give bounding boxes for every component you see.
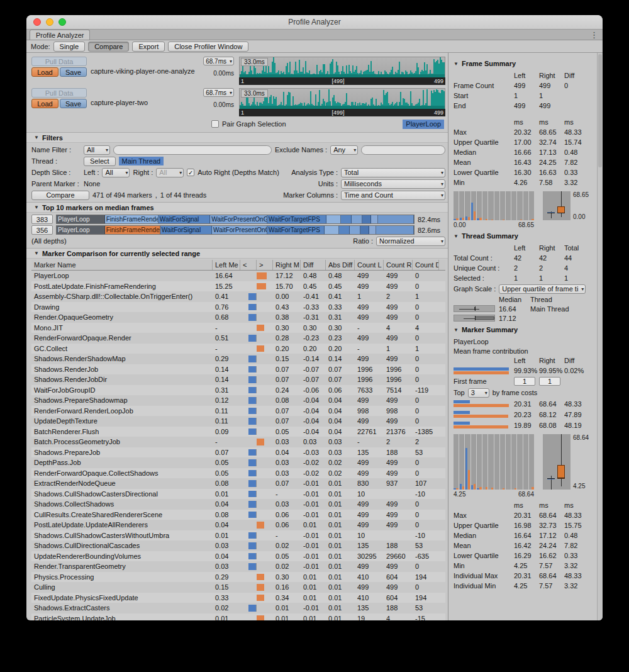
thread-row[interactable]: 16.64 Main Thread [454, 304, 594, 313]
top10-section-header[interactable]: ▼ Top 10 markers on median frames [26, 202, 448, 213]
marker-summary-header[interactable]: ▼ Marker Summary [454, 325, 594, 335]
marker-segment[interactable] [376, 226, 414, 234]
frame-summary-header[interactable]: ▼ Frame Summary [454, 59, 594, 69]
frame-time-graph[interactable]: 33.0ms [239, 88, 445, 109]
summary-scrollbar[interactable] [597, 53, 603, 620]
mode-single-button[interactable]: Single [53, 42, 86, 52]
top10-frame-number[interactable]: 383 [31, 215, 53, 224]
marker-row[interactable]: Shadows.CullDirectionalCascades0.030.02-… [31, 540, 445, 551]
marker-segment[interactable]: FinishFrameRendering [105, 226, 160, 234]
analysis-type-dropdown[interactable]: Total [341, 168, 445, 177]
graph-axis[interactable]: 1 [499] 499 [239, 109, 445, 116]
marker-row[interactable]: PostLateUpdate.FinishFrameRendering15.25… [31, 281, 445, 292]
marker-row[interactable]: UpdateRendererBoundingVolumes0.040.05-0.… [31, 551, 445, 562]
marker-segment[interactable] [362, 215, 371, 223]
close-profiler-window-button[interactable]: Close Profiler Window [168, 42, 248, 52]
marker-row[interactable]: Shadows.ExtractCasters0.020.01-0.010.011… [31, 603, 445, 613]
marker-segment[interactable]: PlayerLoop [57, 215, 105, 223]
depth-left-dropdown[interactable]: All [102, 168, 130, 177]
column-header[interactable]: Marker Name [31, 260, 213, 270]
marker-segment[interactable]: PlayerLoop [57, 226, 105, 234]
top10-marker-bar[interactable]: PlayerLoopFinishFrameRenderingWaitForSig… [56, 215, 415, 224]
marker-row[interactable]: Mono.JIT-0.300.300.30-44 [31, 323, 445, 333]
frame-histogram[interactable] [454, 191, 534, 220]
marker-segment[interactable]: WaitForPresentOnGfxThread [212, 226, 267, 234]
marker-row[interactable]: GC.Collect-0.200.200.20-11 [31, 344, 445, 354]
column-header[interactable]: Abs Diff [326, 260, 355, 270]
marker-row[interactable]: RenderForward.RenderLoopJob0.110.07-0.04… [31, 406, 445, 417]
kebab-menu-icon[interactable]: ⋮ [590, 30, 598, 40]
marker-segment[interactable] [341, 215, 352, 223]
save-button[interactable]: Save [60, 67, 87, 77]
marker-segment[interactable]: WaitForTargetFPS [267, 226, 325, 234]
column-header[interactable]: Count L [355, 260, 384, 270]
thread-summary-header[interactable]: ▼ Thread Summary [454, 231, 594, 241]
graph-scale-dropdown[interactable]: 68.7ms [203, 88, 234, 97]
pull-data-button[interactable]: Pull Data [31, 57, 87, 66]
marker-row[interactable]: PlayerLoop16.6417.120.480.484994990 [31, 271, 445, 281]
marker-segment[interactable]: FinishFrameRendering [105, 215, 159, 223]
marker-segment[interactable]: WaitForSignal [160, 226, 212, 234]
marker-segment[interactable] [325, 226, 339, 234]
units-dropdown[interactable]: Milliseconds [341, 179, 445, 189]
marker-segment[interactable] [360, 226, 369, 234]
marker-row[interactable]: Shadows.RenderShadowMap0.290.15-0.140.14… [31, 354, 445, 364]
marker-row[interactable]: Shadows.CullShadowCastersWithoutUmbra0.0… [31, 530, 445, 541]
pull-data-button[interactable]: Pull Data [31, 88, 87, 98]
marker-segment[interactable]: WaitForTargetFPS [267, 215, 326, 223]
marker-row[interactable]: BatchRenderer.Flush0.090.05-0.040.042276… [31, 427, 445, 437]
top-n-dropdown[interactable]: 3 [468, 388, 489, 398]
first-frame-right-button[interactable]: 1 [539, 377, 560, 386]
marker-row[interactable]: CullResults.CreateSharedRendererScene0.0… [31, 510, 445, 520]
marker-row[interactable]: ExtractRenderNodeQueue0.080.07-0.010.018… [31, 478, 445, 489]
marker-row[interactable]: Shadows.PrepareJob0.070.04-0.030.0313518… [31, 447, 445, 458]
zoom-window-button[interactable] [58, 18, 66, 26]
marker-row[interactable]: Render.TransparentGeometry0.030.02-0.010… [31, 561, 445, 572]
marker-row[interactable]: Shadows.PrepareShadowmap0.120.08-0.040.0… [31, 395, 445, 406]
thread-select-button[interactable]: Select [84, 157, 116, 166]
tab-profile-analyzer[interactable]: Profile Analyzer [30, 30, 90, 40]
thread-row[interactable]: 17.12 [454, 313, 594, 323]
column-header[interactable]: Count D [413, 260, 439, 270]
thread-graph-scale-dropdown[interactable]: Upper quartile of frame ti [499, 284, 586, 294]
top10-frame-number[interactable]: 356 [31, 225, 53, 235]
marker-histogram[interactable] [454, 434, 534, 490]
marker-segment[interactable] [326, 215, 341, 223]
column-header[interactable]: > [257, 260, 273, 270]
pair-graph-selection-checkbox[interactable] [211, 120, 219, 128]
column-header[interactable]: Count R [384, 260, 413, 270]
marker-row[interactable]: Shadows.CullShadowCastersDirectional0.01… [31, 489, 445, 500]
load-button[interactable]: Load [31, 99, 58, 108]
marker-segment[interactable] [350, 226, 360, 234]
marker-row[interactable]: Shadows.RenderJobDir0.140.07-0.070.07199… [31, 374, 445, 385]
marker-row[interactable]: Physics.Processing0.290.300.010.01410604… [31, 572, 445, 583]
marker-row[interactable]: Batch.ProcessGeometryJob-0.030.030.03-22 [31, 437, 445, 447]
marker-row[interactable]: Culling0.150.160.010.014994990 [31, 582, 445, 593]
name-filter-dropdown[interactable]: All [84, 145, 110, 155]
marker-row[interactable]: PostLateUpdate.UpdateAllRenderers0.040.0… [31, 520, 445, 530]
marker-row[interactable]: Assembly-CSharp.dll!::Collectable.OnTrig… [31, 291, 445, 302]
minimize-window-button[interactable] [46, 18, 53, 26]
marker-row[interactable]: Shadows.CollectShadows0.040.03-0.010.014… [31, 499, 445, 510]
mode-compare-button[interactable]: Compare [88, 42, 129, 52]
marker-segment[interactable] [371, 215, 378, 223]
marker-row[interactable]: Drawing0.760.43-0.330.334994990 [31, 302, 445, 313]
scrollbar-thumb[interactable] [598, 54, 602, 167]
close-window-button[interactable] [33, 18, 41, 26]
column-header[interactable]: < [240, 260, 257, 270]
marker-row[interactable]: RenderForwardOpaque.CollectShadows0.050.… [31, 468, 445, 479]
graph-axis[interactable]: 1 [499] 499 [239, 77, 445, 85]
save-button[interactable]: Save [60, 99, 87, 108]
titlebar[interactable]: Profile Analyzer [26, 15, 603, 30]
column-header[interactable]: Right M [273, 260, 301, 270]
selected-marker-badge[interactable]: PlayerLoop [403, 120, 444, 129]
frame-time-graph[interactable]: 33.0ms [239, 57, 445, 77]
marker-segment[interactable] [378, 215, 414, 223]
marker-columns-dropdown[interactable]: Time and Count [341, 191, 445, 200]
column-header[interactable]: Diff [301, 260, 326, 270]
compare-button[interactable]: Compare [31, 191, 89, 200]
top10-marker-bar[interactable]: PlayerLoopFinishFrameRenderingWaitForSig… [56, 225, 415, 235]
export-button[interactable]: Export [132, 42, 165, 52]
marker-segment[interactable] [369, 226, 376, 234]
marker-row[interactable]: ParticleSystem.UpdateJob0.010.010.010.01… [31, 613, 445, 621]
